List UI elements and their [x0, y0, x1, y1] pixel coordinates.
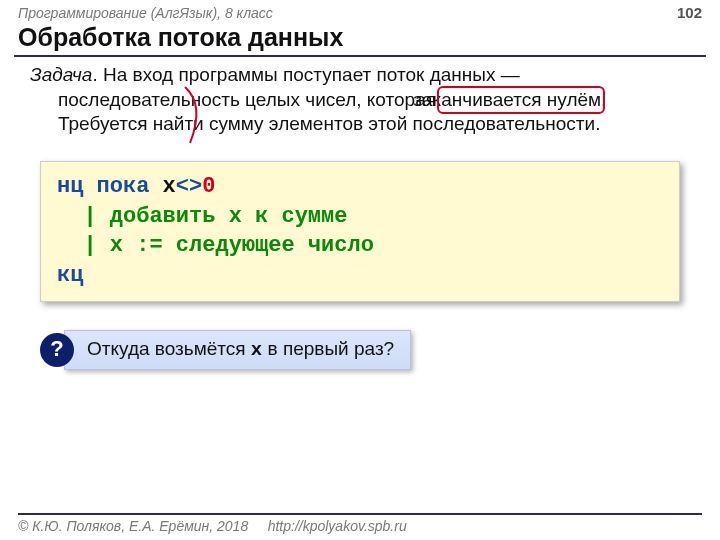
question-after: в первый раз? — [262, 338, 394, 359]
footer-url: http://kpolyakov.spb.ru — [268, 518, 407, 534]
code-kw-kc: кц — [57, 263, 83, 288]
question-before: Откуда возьмётся — [87, 338, 251, 359]
course-label: Программирование (АлгЯзык), 8 класс — [18, 5, 273, 21]
copyright: © К.Ю. Поляков, Е.А. Ерёмин, 2018 — [18, 518, 248, 534]
code-line-3: | x := следующее число — [57, 233, 374, 258]
task-label: Задача — [30, 64, 92, 85]
question-mark-icon: ? — [40, 333, 74, 367]
task-block: Задача. На вход программы поступает пото… — [30, 63, 690, 137]
content: Задача. На вход программы поступает пото… — [0, 57, 720, 370]
footer: © К.Ю. Поляков, Е.А. Ерёмин, 2018 http:/… — [18, 513, 702, 534]
page-number: 102 — [677, 4, 702, 21]
code-zero: 0 — [202, 174, 215, 199]
code-block: нц пока x<>0 | добавить x к сумме | x :=… — [40, 161, 680, 302]
question-var: x — [251, 339, 262, 361]
page-title: Обработка потока данных — [0, 21, 720, 55]
code-op: <> — [176, 174, 202, 199]
question-row: ? Откуда возьмётся x в первый раз? — [40, 330, 680, 370]
question-box: Откуда возьмётся x в первый раз? — [64, 330, 411, 370]
code-line-2: | добавить x к сумме — [57, 204, 347, 229]
code-kw-nc: нц пока — [57, 174, 149, 199]
highlight-phrase: заканчивается нулём — [441, 88, 601, 113]
header: Программирование (АлгЯзык), 8 класс 102 — [0, 0, 720, 21]
code-var: x — [149, 174, 175, 199]
